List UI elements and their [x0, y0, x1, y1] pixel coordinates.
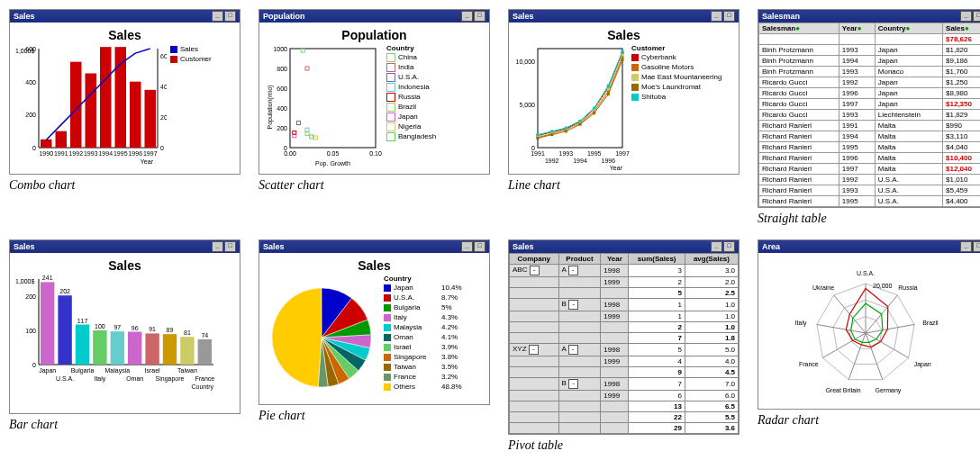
minimize-icon[interactable]: _	[711, 11, 722, 22]
minimize-icon[interactable]: _	[212, 11, 223, 22]
bar-chart-window[interactable]: Sales_□ Sales 1,000$01002002412021171009…	[9, 239, 240, 414]
window-title: Sales	[513, 242, 534, 251]
pie-chart-window[interactable]: Sales_□ Sales CountryJapan10.4%U.S.A.8.7…	[259, 239, 490, 405]
svg-line-141	[866, 324, 914, 333]
window-title: Sales	[14, 242, 35, 251]
table-row[interactable]: Richard Ranieri1993U.S.A.$5,459	[759, 185, 981, 196]
maximize-icon[interactable]: □	[474, 241, 485, 252]
legend-item: Cyberbank	[631, 52, 721, 62]
straight-table-window[interactable]: Salesman_□ Salesman●Year●Country●Sales●$…	[758, 9, 980, 208]
table-row[interactable]: Ricardo Gucci1996Japan$8,980	[759, 88, 981, 99]
pivot-table[interactable]: CompanyProductYearsum(Sales)avg(Sales)AB…	[509, 253, 739, 434]
svg-rect-39	[301, 49, 304, 52]
combo-chart-window[interactable]: Sales_□ Sales 1,000$02004006000204060199…	[9, 9, 240, 175]
window-title: Sales	[263, 242, 285, 251]
column-header[interactable]: sum(Sales)	[629, 254, 685, 265]
table-row[interactable]: Richard Ranieri1991Malta$990	[759, 121, 981, 131]
table-row[interactable]: B -199877.0	[510, 378, 739, 391]
table-row[interactable]: 94.5	[510, 367, 739, 378]
table-row[interactable]: Binh Protzmann1993Monaco$1,760	[759, 67, 981, 77]
collapse-icon[interactable]: -	[529, 345, 539, 355]
svg-rect-47	[310, 135, 313, 139]
collapse-icon[interactable]: -	[568, 345, 578, 355]
maximize-icon[interactable]: □	[973, 241, 980, 252]
table-row[interactable]: Richard Ranieri1992U.S.A.$1,010	[759, 175, 981, 185]
legend-item: Oman4.1%	[384, 332, 462, 342]
maximize-icon[interactable]: □	[723, 241, 735, 252]
table-row[interactable]: Ricardo Gucci1993Liechtenstein$1,829	[759, 110, 981, 121]
table-row[interactable]: Richard Ranieri1995U.S.A.$4,400	[759, 196, 981, 207]
svg-text:89: 89	[167, 327, 174, 333]
table-row[interactable]: 225.5	[510, 412, 739, 423]
maximize-icon[interactable]: □	[973, 11, 980, 22]
maximize-icon[interactable]: □	[224, 11, 236, 22]
column-header[interactable]: Salesman●	[759, 23, 839, 34]
legend-item: Indonesia	[386, 82, 436, 92]
svg-text:Russia: Russia	[898, 284, 918, 291]
table-row[interactable]: Richard Ranieri1995Malta$4,040	[759, 142, 981, 153]
minimize-icon[interactable]: _	[960, 241, 972, 252]
collapse-icon[interactable]: -	[568, 379, 578, 389]
table-row[interactable]: Binh Protzmann1994Japan$9,186	[759, 56, 981, 67]
table-row[interactable]: Richard Ranieri1996Malta$10,400	[759, 153, 981, 164]
table-row[interactable]: Ricardo Gucci1992Japan$1,250	[759, 77, 981, 88]
table-row[interactable]: 293.6	[510, 423, 739, 434]
legend-item: Customer	[170, 54, 212, 64]
straight-table[interactable]: Salesman●Year●Country●Sales●$78,626Binh …	[758, 23, 980, 207]
chart-title: Sales	[14, 257, 236, 275]
table-row[interactable]: 199922.0	[510, 277, 739, 288]
svg-text:1993: 1993	[84, 150, 98, 157]
column-header[interactable]: Product	[558, 254, 601, 265]
table-row[interactable]: Richard Ranieri1994Malta$3,110	[759, 131, 981, 142]
legend-item: Others48.8%	[384, 382, 462, 392]
table-row[interactable]: 199911.0	[510, 311, 739, 322]
svg-rect-109	[93, 330, 106, 365]
column-header[interactable]: Year	[601, 254, 629, 265]
collapse-icon[interactable]: -	[568, 266, 578, 275]
minimize-icon[interactable]: _	[212, 241, 223, 252]
table-row[interactable]: 136.5	[510, 401, 739, 412]
line-chart-window[interactable]: Sales_□ Sales 05,00010,00019911992199319…	[508, 9, 740, 175]
svg-rect-19	[145, 90, 157, 148]
table-row[interactable]: B -199811.0	[510, 299, 739, 311]
maximize-icon[interactable]: □	[224, 241, 236, 252]
table-row[interactable]: 71.8	[510, 333, 739, 344]
collapse-icon[interactable]: -	[568, 300, 578, 310]
minimize-icon[interactable]: _	[461, 11, 473, 22]
pivot-table-window[interactable]: Sales_□ CompanyProductYearsum(Sales)avg(…	[508, 239, 740, 435]
svg-text:Italy: Italy	[795, 320, 807, 327]
column-header[interactable]: Year●	[839, 23, 875, 34]
column-header[interactable]: Sales●	[943, 23, 980, 34]
minimize-icon[interactable]: _	[960, 11, 972, 22]
minimize-icon[interactable]: _	[461, 241, 473, 252]
table-row[interactable]: 199944.0	[510, 356, 739, 367]
maximize-icon[interactable]: □	[474, 11, 485, 22]
table-row[interactable]: Ricardo Gucci1997Japan$12,350	[759, 99, 981, 110]
column-header[interactable]: avg(Sales)	[685, 254, 738, 265]
table-row[interactable]: Binh Protzmann1993Japan$1,820	[759, 45, 981, 56]
table-row[interactable]: 21.0	[510, 322, 739, 333]
svg-text:1992: 1992	[68, 150, 83, 157]
table-row[interactable]: ABC -A -199833.0	[510, 265, 739, 277]
svg-text:Taiwan: Taiwan	[177, 367, 197, 374]
collapse-icon[interactable]: -	[530, 266, 540, 275]
svg-rect-40	[305, 67, 309, 70]
table-row[interactable]: Richard Ranieri1997Malta$12,040	[759, 164, 981, 175]
svg-text:1000: 1000	[273, 46, 287, 52]
svg-text:91: 91	[149, 326, 156, 332]
svg-text:Brazil: Brazil	[922, 320, 939, 326]
column-header[interactable]: Company	[510, 254, 559, 265]
minimize-icon[interactable]: _	[711, 241, 722, 252]
column-header[interactable]: Country●	[875, 23, 942, 34]
radar-chart-window[interactable]: Area_□ U.S.A.RussiaBrazilJapanGermanyGre…	[758, 239, 980, 410]
scatter-chart-window[interactable]: Population_□ Population 0200400600800100…	[259, 9, 490, 175]
legend-item: Singapore3.8%	[384, 352, 462, 362]
svg-text:1992: 1992	[545, 158, 559, 164]
svg-text:1991: 1991	[531, 150, 545, 157]
svg-rect-16	[100, 47, 112, 148]
svg-rect-85	[579, 123, 582, 126]
table-row[interactable]: 52.5	[510, 288, 739, 299]
maximize-icon[interactable]: □	[723, 11, 735, 22]
table-row[interactable]: XYZ -A -199855.0	[510, 344, 739, 356]
table-row[interactable]: 199966.0	[510, 391, 739, 401]
